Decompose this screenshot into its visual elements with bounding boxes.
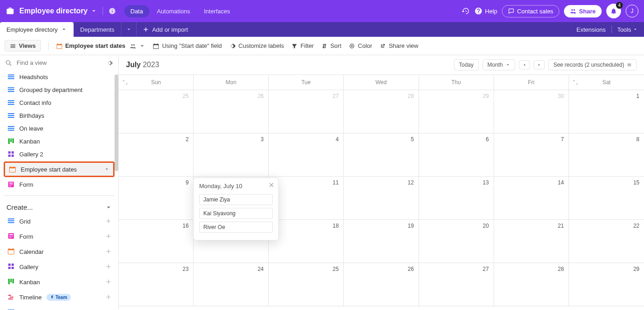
sort-button[interactable]: Sort [321, 42, 341, 49]
chevron-down-icon[interactable] [104, 166, 109, 172]
calendar-cell[interactable]: 5 [344, 133, 419, 177]
record-card[interactable]: Jamie Ziya [199, 194, 273, 205]
filter-button[interactable]: Filter [291, 42, 314, 49]
grid-icon [7, 86, 15, 93]
calendar-cell[interactable]: 6 [419, 133, 494, 177]
calendar-cell[interactable]: 30 [494, 90, 569, 133]
history-icon[interactable] [461, 7, 470, 15]
calendar-cell[interactable]: 24 [194, 263, 269, 306]
calendar-cell[interactable]: 21 [494, 220, 569, 263]
base-menu-chevron-icon[interactable] [91, 8, 97, 14]
calendar-cell[interactable]: 28 [494, 263, 569, 306]
create-grid[interactable]: Grid+ [4, 214, 115, 229]
calendar-cell[interactable]: 4 [269, 133, 344, 177]
table-tab-employee-directory[interactable]: Employee directory [0, 22, 74, 37]
contact-sales-button[interactable]: Contact sales [502, 5, 559, 17]
base-title[interactable]: Employee directory [19, 7, 88, 15]
calendar-cell[interactable]: 15 [569, 177, 644, 220]
calendar-cell[interactable]: 13 [419, 177, 494, 220]
calendar-cell[interactable]: 14 [494, 177, 569, 220]
calendar-cell[interactable]: 2 [119, 133, 194, 177]
help-icon [474, 7, 483, 15]
menu-icon [627, 63, 632, 67]
create-list[interactable]: List+ [4, 305, 115, 310]
calendar-cell[interactable]: 20 [419, 220, 494, 263]
help-button[interactable]: Help [474, 7, 497, 15]
view-form[interactable]: Form [4, 178, 115, 191]
tools-button[interactable]: Tools [617, 26, 638, 33]
prev-button[interactable] [519, 60, 530, 69]
create-timeline[interactable]: TimelineTeam+ [4, 290, 115, 305]
calendar-cell[interactable]: 27 [419, 263, 494, 306]
calendar-cell[interactable]: 22 [569, 220, 644, 263]
table-tab-departments[interactable]: Departments [74, 22, 121, 37]
nav-automations[interactable]: Automations [150, 5, 196, 17]
calendar-cell[interactable]: 18 [269, 220, 344, 263]
view-kanban[interactable]: Kanban [4, 135, 115, 148]
customize-labels-button[interactable]: Customize labels [229, 42, 284, 49]
calendar-cell[interactable]: 19 [344, 220, 419, 263]
calendar-cell[interactable]: 8 [569, 133, 644, 177]
day-number: 6 [486, 136, 489, 143]
calendar-cell[interactable]: 1 [569, 90, 644, 133]
view-name[interactable]: Employee start dates [56, 42, 146, 49]
date-field-button[interactable]: Using "Start date" field [153, 42, 222, 49]
day-number: 27 [483, 266, 489, 272]
plus-icon: + [106, 232, 111, 241]
create-form[interactable]: Form+ [4, 229, 115, 244]
calendar-cell[interactable]: 26 [344, 263, 419, 306]
calendar-cell[interactable]: 3 [194, 133, 269, 177]
share-view-button[interactable]: Share view [380, 42, 418, 49]
view-employee-start-dates[interactable]: Employee start dates [5, 163, 113, 176]
notifications-button[interactable]: 4 [606, 4, 621, 18]
expand-icon[interactable] [122, 80, 128, 85]
extensions-button[interactable]: Extensions [576, 26, 606, 33]
chevron-down-icon [633, 27, 638, 32]
calendar-cell[interactable]: 28 [344, 90, 419, 133]
next-button[interactable] [534, 60, 545, 69]
table-tab-more[interactable] [121, 22, 137, 37]
create-section-header[interactable]: Create... [0, 201, 118, 214]
share-button[interactable]: Share [564, 5, 602, 17]
plus-icon: + [106, 262, 111, 272]
calendar-cell[interactable]: 16 [119, 220, 194, 263]
calendar-cell[interactable]: 27 [269, 90, 344, 133]
record-card[interactable]: Kai Siyavong [199, 208, 273, 219]
calendar-cell[interactable]: 7 [494, 133, 569, 177]
calendar-cell[interactable]: 9Monday, July 10Jamie ZiyaKai SiyavongRi… [119, 177, 194, 220]
nav-data[interactable]: Data [124, 5, 150, 17]
user-avatar[interactable]: J [626, 5, 638, 17]
create-calendar[interactable]: Calendar+ [4, 244, 115, 259]
view-on-leave[interactable]: On leave [4, 122, 115, 135]
create-kanban[interactable]: Kanban+ [4, 275, 115, 290]
close-icon[interactable] [268, 182, 275, 188]
calendar-cell[interactable]: 11 [269, 177, 344, 220]
expand-icon[interactable] [573, 80, 578, 85]
calendar-cell[interactable]: 23 [119, 263, 194, 306]
view-headshots[interactable]: Headshots [4, 70, 115, 83]
color-button[interactable]: Color [349, 42, 372, 49]
info-icon[interactable] [109, 7, 116, 15]
view-birthdays[interactable]: Birthdays [4, 109, 115, 122]
record-card[interactable]: River Oe [199, 222, 273, 233]
view-settings-icon[interactable] [106, 60, 113, 66]
nav-interfaces[interactable]: Interfaces [197, 5, 236, 17]
calendar-cell[interactable]: 26 [194, 90, 269, 133]
view-gallery-2[interactable]: Gallery 2 [4, 148, 115, 161]
calendar-cell[interactable]: 12 [344, 177, 419, 220]
views-toggle[interactable]: Views [5, 40, 41, 52]
calendar-cell[interactable]: 29 [419, 90, 494, 133]
see-records-button[interactable]: See records (2 unscheduled) [548, 59, 637, 70]
calendar-cell[interactable]: 29 [569, 263, 644, 306]
filter-icon [291, 43, 298, 49]
create-gallery[interactable]: Gallery+ [4, 259, 115, 275]
period-dropdown[interactable]: Month [483, 59, 515, 70]
sidebar-scrollbar[interactable] [115, 75, 118, 171]
today-button[interactable]: Today [454, 59, 479, 70]
calendar-cell[interactable]: 25 [119, 90, 194, 133]
calendar-cell[interactable]: 25 [269, 263, 344, 306]
find-view-input[interactable] [16, 59, 103, 67]
view-contact-info[interactable]: Contact info [4, 96, 115, 109]
view-grouped-by-department[interactable]: Grouped by department [4, 83, 115, 96]
add-or-import-button[interactable]: Add or import [137, 22, 195, 37]
